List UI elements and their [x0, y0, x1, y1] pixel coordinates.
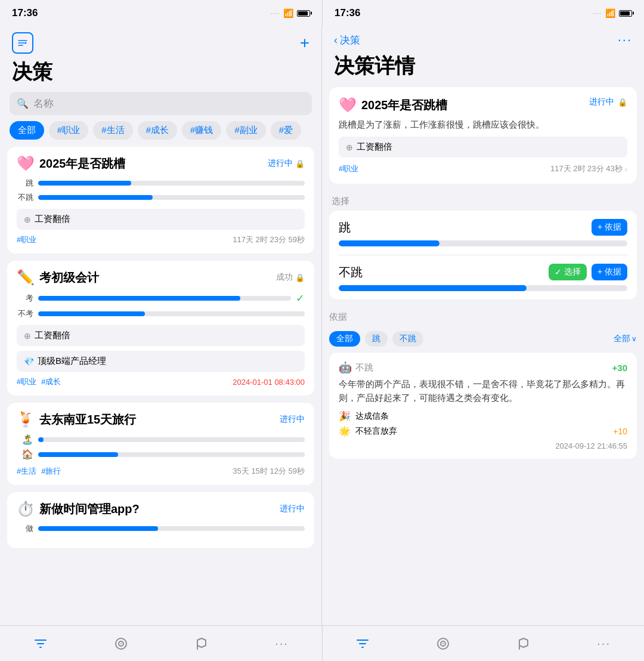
tag-growth[interactable]: #成长 — [138, 121, 177, 140]
progress-label-kao: 考 — [17, 293, 33, 304]
ev-item1-emoji: 🎉 — [339, 410, 351, 422]
progress-label-island: 🏝️ — [17, 434, 33, 445]
evidence-ai-icon: 🤖 — [339, 361, 352, 374]
card3-tag2: #旅行 — [41, 466, 61, 477]
left-tab-filter[interactable] — [0, 626, 80, 661]
evidence-body: 今年带的两个产品，表现很不错，一是舍不得，毕竟花了那么多精力。再则，产品好起来了… — [339, 378, 627, 404]
detail-time: 117天 2时 23分 43秒 — [550, 163, 623, 174]
ev-filter-all[interactable]: 全部 — [329, 331, 360, 347]
choice-row-butiao: 不跳 ✓ 选择 + 依据 — [339, 264, 627, 291]
detail-tag: #职业 — [339, 163, 358, 174]
signal-dots-right: ···· — [593, 10, 602, 17]
filter-button[interactable] — [12, 32, 33, 54]
right-tab-target[interactable] — [403, 626, 484, 661]
evidence-item-2: 🌟 不轻言放弃 +10 — [339, 425, 627, 437]
card2-title: 考初级会计 — [39, 270, 99, 286]
battery-icon-right — [619, 10, 632, 17]
tag-life[interactable]: #生活 — [93, 121, 132, 140]
card1-emoji: 🩷 — [17, 155, 35, 172]
choice-row-tiao: 跳 + 依据 — [339, 219, 627, 246]
svg-point-6 — [120, 643, 122, 644]
card2-tag1: #职业 — [17, 376, 36, 387]
check-icon: ✓ — [296, 292, 305, 305]
add-evidence-butiao[interactable]: + 依据 — [592, 264, 627, 280]
detail-emoji: 🩷 — [339, 97, 357, 113]
card4-title: 新做时间管理app? — [39, 501, 140, 517]
evidence-filter-row: 全部 跳 不跳 全部 ∨ — [329, 331, 637, 347]
ev-filter-right[interactable]: 全部 ∨ — [614, 333, 637, 344]
left-tab-flag[interactable] — [161, 626, 242, 661]
progress-label-butiao: 不跳 — [17, 192, 33, 203]
back-label: 决策 — [340, 33, 360, 47]
svg-point-9 — [442, 643, 444, 644]
ev-item2-text: 不轻言放弃 — [355, 426, 397, 437]
ev-item2-emoji: 🌟 — [339, 425, 351, 437]
progress-label-do: 做 — [17, 523, 33, 534]
search-placeholder: 名称 — [33, 97, 54, 110]
right-tab-more[interactable]: ··· — [564, 626, 644, 661]
wifi-icon-left: 📶 — [283, 8, 293, 18]
right-page-title: 决策详情 — [322, 52, 644, 87]
back-button[interactable]: ‹ 决策 — [334, 33, 360, 47]
choice-name-butiao: 不跳 — [339, 264, 363, 280]
wifi-icon-right: 📶 — [605, 8, 615, 18]
card3-status: 进行中 — [280, 414, 305, 425]
card3-time: 35天 15时 12分 59秒 — [233, 466, 305, 477]
add-button[interactable]: + — [300, 33, 309, 52]
card1-status: 进行中 — [268, 158, 293, 169]
detail-chevron-icon: › — [625, 165, 627, 174]
ev-chevron-icon: ∨ — [631, 335, 637, 343]
status-time-left: 17:36 — [12, 7, 38, 19]
ev-filter-butiao[interactable]: 不跳 — [392, 331, 423, 347]
search-icon: 🔍 — [17, 98, 29, 109]
progress-label-tiao: 跳 — [17, 178, 33, 189]
card3-title: 去东南亚15天旅行 — [39, 412, 136, 428]
back-chevron-icon: ‹ — [334, 34, 338, 47]
add-evidence-tiao[interactable]: + 依据 — [592, 219, 627, 236]
tag-all[interactable]: 全部 — [10, 121, 44, 140]
tag-money[interactable]: #赚钱 — [182, 121, 221, 140]
card2-lock: 🔒 — [295, 273, 305, 282]
card4-emoji: ⏱️ — [17, 501, 35, 517]
progress-label-home: 🏠 — [17, 449, 33, 460]
tag-filter-row: 全部 #职业 #生活 #成长 #赚钱 #副业 #爱 — [0, 121, 321, 147]
left-tab-target[interactable] — [80, 626, 161, 661]
choice-card: 跳 + 依据 不跳 — [329, 211, 637, 299]
more-button[interactable]: ··· — [618, 32, 632, 48]
evidence-item-1: 🎉 达成信条 — [339, 410, 627, 422]
tag-side[interactable]: #副业 — [226, 121, 265, 140]
choice-divider — [339, 255, 627, 255]
card2-emoji: ✏️ — [17, 269, 35, 286]
svg-point-3 — [25, 42, 27, 44]
progress-label-bukao: 不考 — [17, 308, 33, 319]
card1-tag: #职业 — [17, 234, 36, 245]
decision-card-1[interactable]: 🩷 2025年是否跳槽 进行中 🔒 跳 不跳 — [7, 147, 314, 254]
left-tab-more[interactable]: ··· — [242, 626, 322, 661]
decision-card-2[interactable]: ✏️ 考初级会计 成功 🔒 考 ✓ 不考 — [7, 261, 314, 396]
card1-title: 2025年是否跳槽 — [39, 156, 126, 172]
status-time-right: 17:36 — [335, 7, 360, 19]
card2-time: 2024-01-01 08:43:00 — [233, 378, 305, 387]
decision-card-3[interactable]: 🍹 去东南亚15天旅行 进行中 🏝️ 🏠 — [7, 403, 314, 485]
tag-career[interactable]: #职业 — [49, 121, 88, 140]
ev-filter-tiao[interactable]: 跳 — [365, 331, 388, 347]
card2-status: 成功 — [276, 272, 293, 283]
detail-main-card: 🩷 2025年是否跳槽 进行中 🔒 跳槽是为了涨薪，工作涨薪很慢，跳槽应该会很快… — [329, 87, 637, 184]
evidence-section-header: 依据 — [329, 307, 637, 326]
right-tab-flag[interactable] — [484, 626, 564, 661]
search-bar[interactable]: 🔍 名称 — [10, 92, 312, 115]
card3-emoji: 🍹 — [17, 411, 35, 428]
detail-status: 进行中 — [589, 97, 614, 107]
tag-love[interactable]: #爱 — [271, 121, 301, 140]
detail-desc: 跳槽是为了涨薪，工作涨薪很慢，跳槽应该会很快。 — [339, 118, 627, 131]
decision-card-4[interactable]: ⏱️ 新做时间管理app? 进行中 做 — [7, 492, 314, 548]
select-butiao[interactable]: ✓ 选择 — [549, 264, 587, 280]
card1-linked: ⊕ 工资翻倍 — [17, 209, 305, 230]
card3-tag1: #生活 — [17, 466, 36, 477]
right-tab-filter[interactable] — [323, 626, 403, 661]
evidence-score: +30 — [612, 363, 627, 373]
card2-linked1: ⊕ 工资翻倍 — [17, 325, 305, 346]
card1-time: 117天 2时 23分 59秒 — [233, 234, 305, 245]
section-title-evidence: 依据 — [329, 307, 347, 326]
ev-item1-text: 达成信条 — [355, 411, 389, 422]
